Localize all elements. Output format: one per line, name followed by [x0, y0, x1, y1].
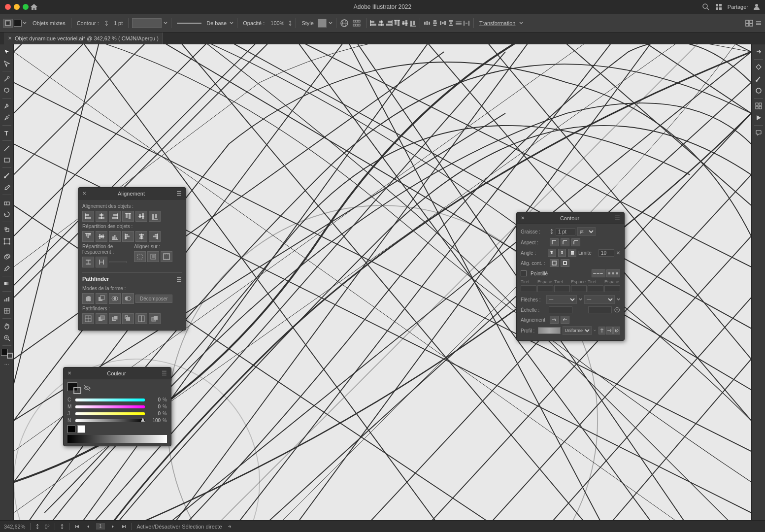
limite-input[interactable] [599, 249, 614, 257]
align-bottom-btn[interactable] [149, 211, 161, 222]
nav-last-icon[interactable] [121, 524, 127, 530]
couleur-close-button[interactable]: ✕ [67, 370, 71, 376]
angle-stepper-icon[interactable] [60, 524, 64, 530]
echelle-start-input[interactable] [549, 306, 572, 313]
divide-btn[interactable] [82, 313, 94, 324]
document-tab[interactable]: ✕ Objet dynamique vectoriel.ai* @ 342,62… [4, 33, 163, 44]
space-input-2[interactable] [571, 285, 587, 292]
nav-next-icon[interactable] [110, 524, 116, 530]
white-swatch[interactable] [77, 425, 85, 433]
transform-tool[interactable] [753, 62, 764, 72]
trim-btn[interactable] [96, 313, 107, 324]
profil-select[interactable]: Uniforme [563, 326, 592, 335]
align-bottom-icon[interactable] [409, 20, 416, 27]
minus-back-btn[interactable] [149, 313, 161, 324]
pointille-checkbox[interactable] [521, 270, 527, 276]
home-button[interactable] [30, 2, 38, 11]
line-style-selector[interactable]: De base [175, 17, 233, 30]
contour-close-button[interactable]: ✕ [521, 215, 525, 221]
lasso-tool[interactable] [1, 85, 12, 96]
dist-right-btn[interactable] [149, 231, 161, 242]
style-chevron-icon[interactable] [329, 20, 333, 26]
align-top-icon[interactable] [394, 20, 400, 27]
comment-tool[interactable] [753, 128, 764, 138]
eraser-tool[interactable] [1, 197, 12, 208]
selection-tool[interactable] [1, 46, 12, 57]
graisse-unit-select[interactable]: pt px mm [577, 227, 596, 236]
dash-square-btn[interactable] [606, 269, 620, 277]
brush2-tool[interactable] [753, 73, 764, 84]
dist-bottom-btn[interactable] [109, 231, 121, 242]
globe-icon[interactable] [340, 19, 349, 28]
cap-square-btn[interactable] [568, 249, 576, 257]
decompose-button[interactable]: Décomposer [135, 295, 172, 303]
tab-close-button[interactable]: ✕ [8, 35, 12, 41]
search-icon[interactable] [702, 3, 710, 11]
limite-close-btn[interactable]: ✕ [616, 250, 620, 256]
stroke-inside-btn[interactable] [561, 259, 569, 267]
pen-tool[interactable] [1, 100, 12, 111]
profil-reset-btn[interactable] [613, 327, 620, 334]
line-tool[interactable] [1, 143, 12, 154]
echelle-end-input[interactable] [588, 306, 612, 313]
dist-space-icon[interactable] [463, 20, 470, 27]
cap-butt-btn[interactable] [548, 249, 556, 257]
couleur-panel-header[interactable]: ✕ Couleur ☰ [64, 367, 171, 379]
m-slider[interactable] [75, 405, 145, 408]
black-swatch[interactable] [67, 425, 75, 433]
fill-stroke-swatches[interactable] [1, 349, 13, 359]
slice-tool[interactable] [1, 305, 12, 316]
align-top-btn[interactable] [122, 211, 134, 222]
couleur-fill-stroke[interactable] [67, 382, 81, 394]
canvas-area[interactable]: ✕ Alignement ☰ Alignement des objets : [14, 44, 751, 520]
opacity-arrows[interactable] [288, 20, 292, 27]
profil-reverse-btn[interactable] [606, 327, 613, 334]
c-slider[interactable] [75, 399, 145, 401]
arrow-end-chevron[interactable] [617, 297, 620, 302]
grid-icon[interactable] [715, 3, 723, 11]
dist-vcenter-btn[interactable] [96, 231, 107, 242]
profil-flip-btn[interactable] [599, 327, 605, 334]
arrow-right-tool[interactable] [753, 46, 764, 57]
alignement-menu-button[interactable]: ☰ [176, 190, 182, 197]
bw-swatches[interactable] [67, 425, 167, 433]
dist-left-btn[interactable] [122, 231, 134, 242]
crop-btn[interactable] [122, 313, 134, 324]
close-window-button[interactable] [5, 4, 11, 10]
space-horiz-btn[interactable] [96, 257, 107, 267]
pathfinder-menu-button[interactable]: ☰ [176, 276, 182, 283]
free-transform-tool[interactable] [1, 236, 12, 247]
outline-btn[interactable] [135, 313, 147, 324]
zoom-tool[interactable] [1, 332, 12, 343]
couleur-menu-button[interactable]: ☰ [162, 370, 167, 377]
alignement-close-button[interactable]: ✕ [82, 191, 86, 196]
dash-input-1[interactable] [521, 285, 536, 292]
align-middle-icon[interactable] [401, 20, 408, 27]
dash-input-3[interactable] [588, 285, 603, 292]
more-tools-button[interactable]: ··· [4, 361, 9, 367]
circle2-tool[interactable] [753, 85, 764, 96]
minus-front-btn[interactable] [96, 293, 107, 304]
dist-top-btn[interactable] [82, 231, 94, 242]
zoom-stepper-icon[interactable] [35, 524, 39, 530]
share-button[interactable]: Partager [728, 4, 748, 10]
fill-indicator[interactable] [14, 20, 22, 27]
maximize-window-button[interactable] [23, 4, 29, 10]
color-swatch[interactable] [132, 18, 162, 28]
text-tool[interactable]: T [1, 128, 12, 138]
align-on-selection-btn[interactable] [134, 251, 146, 262]
align-arrow-right-btn[interactable] [561, 316, 569, 324]
graisse-input[interactable] [556, 228, 575, 235]
shape-builder-tool[interactable] [1, 251, 12, 262]
exclude-btn[interactable] [122, 293, 134, 304]
hand-tool[interactable] [1, 321, 12, 332]
dist-vert-icon[interactable] [432, 20, 438, 27]
style-swatch[interactable] [318, 19, 327, 28]
graph-tool[interactable] [1, 294, 12, 304]
opacity-value[interactable]: 100% [268, 17, 286, 30]
arrow-start-select[interactable]: — → ◀ [546, 295, 577, 304]
stroke-center-btn[interactable] [550, 259, 559, 267]
j-slider[interactable] [75, 412, 145, 415]
artboard-number[interactable]: 1 [96, 523, 105, 530]
gradient-tool[interactable] [1, 278, 12, 289]
